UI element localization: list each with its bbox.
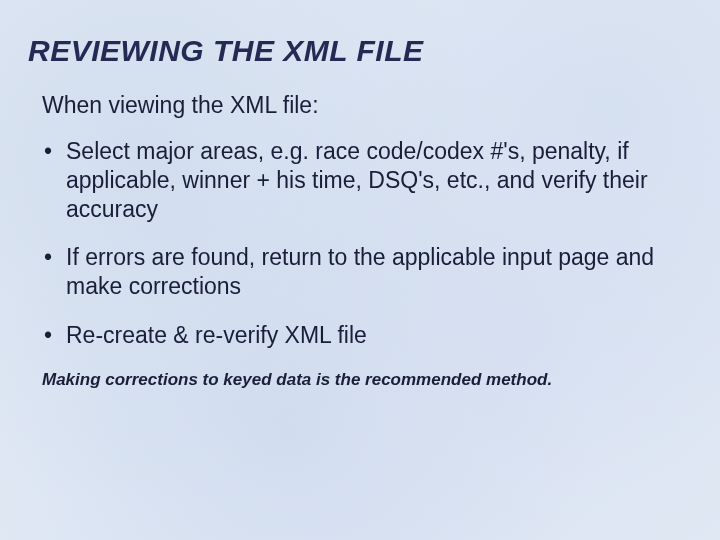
list-item: Re-create & re-verify XML file	[42, 321, 692, 350]
footer-note: Making corrections to keyed data is the …	[42, 370, 692, 390]
bullet-list: Select major areas, e.g. race code/codex…	[42, 137, 692, 350]
list-item: If errors are found, return to the appli…	[42, 243, 692, 301]
list-item: Select major areas, e.g. race code/codex…	[42, 137, 692, 223]
slide-title: REVIEWING THE XML FILE	[28, 34, 692, 68]
intro-text: When viewing the XML file:	[42, 92, 692, 119]
